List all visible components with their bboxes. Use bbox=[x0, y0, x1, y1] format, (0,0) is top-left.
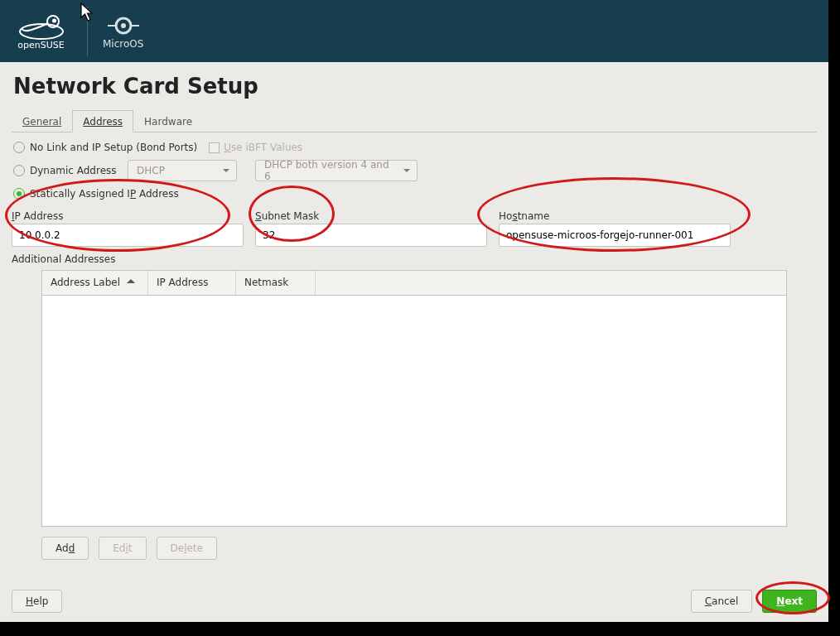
radio-dynamic-label: Dynamic Address bbox=[30, 165, 128, 176]
row-static: Statically Assigned IP Address bbox=[12, 182, 817, 205]
delete-button: Delete bbox=[157, 537, 217, 560]
content-area: Network Card Setup General Address Hardw… bbox=[0, 62, 828, 622]
add-button[interactable]: AAdddd bbox=[41, 537, 89, 560]
row-dynamic: Dynamic Address DHCP DHCP both version 4… bbox=[12, 159, 817, 182]
help-button[interactable]: Help bbox=[12, 590, 62, 613]
checkbox-use-ibft[interactable] bbox=[209, 142, 220, 153]
edit-button: Edit bbox=[99, 537, 146, 560]
radio-no-link-label: No Link and IP Setup (Bond Ports) bbox=[30, 142, 197, 153]
microos-logo: MicroOS bbox=[103, 13, 143, 50]
header-divider bbox=[87, 7, 88, 56]
next-button[interactable]: Next bbox=[762, 590, 817, 613]
tab-address[interactable]: Address bbox=[72, 110, 133, 132]
cancel-button[interactable]: Cancel bbox=[691, 590, 753, 613]
radio-no-link[interactable] bbox=[13, 142, 25, 153]
col-ip-address[interactable]: IP Address bbox=[148, 271, 236, 295]
additional-addresses-table: Address Label IP Address Netmask bbox=[41, 270, 787, 527]
checkbox-use-ibft-label: Use iBFT Values bbox=[224, 142, 302, 153]
subnet-mask-label: Subnet Mask bbox=[255, 210, 499, 222]
microos-logo-text: MicroOS bbox=[103, 38, 143, 50]
row-no-link: No Link and IP Setup (Bond Ports) Use iB… bbox=[12, 136, 817, 159]
tab-hardware[interactable]: Hardware bbox=[133, 110, 203, 132]
radio-static[interactable] bbox=[13, 188, 25, 200]
tab-general[interactable]: General bbox=[12, 110, 72, 132]
select-dhcp-version[interactable]: DHCP both version 4 and 6 bbox=[255, 160, 418, 181]
opensuse-logo-text: openSUSE bbox=[17, 40, 64, 51]
select-dhcp[interactable]: DHCP bbox=[128, 160, 237, 181]
tabs: General Address Hardware bbox=[12, 110, 817, 132]
installer-window: openSUSE MicroOS ◗ Network Card Setup Ge… bbox=[0, 0, 828, 622]
radio-static-label: Statically Assigned IP Address bbox=[30, 188, 179, 200]
opensuse-logo: openSUSE bbox=[10, 12, 72, 51]
col-netmask[interactable]: Netmask bbox=[236, 271, 316, 295]
header-bar: openSUSE MicroOS bbox=[0, 0, 828, 62]
svg-point-6 bbox=[121, 23, 126, 28]
ip-address-label: IP Address bbox=[12, 210, 255, 222]
table-buttons: AAdddd Edit Delete bbox=[41, 537, 817, 560]
additional-addresses-label: Additional Addresses bbox=[12, 253, 817, 265]
radio-dynamic[interactable] bbox=[13, 165, 25, 176]
footer-bar: Help Cancel Next bbox=[0, 590, 828, 613]
svg-point-2 bbox=[52, 19, 56, 23]
col-address-label[interactable]: Address Label bbox=[42, 271, 148, 295]
ip-address-input[interactable] bbox=[12, 224, 244, 247]
hostname-label: Hostname bbox=[499, 210, 549, 222]
table-header-row: Address Label IP Address Netmask bbox=[42, 271, 786, 296]
hostname-input[interactable] bbox=[499, 224, 731, 247]
sort-asc-icon bbox=[127, 277, 135, 288]
subnet-mask-input[interactable] bbox=[255, 224, 487, 247]
page-title: Network Card Setup bbox=[13, 74, 817, 99]
